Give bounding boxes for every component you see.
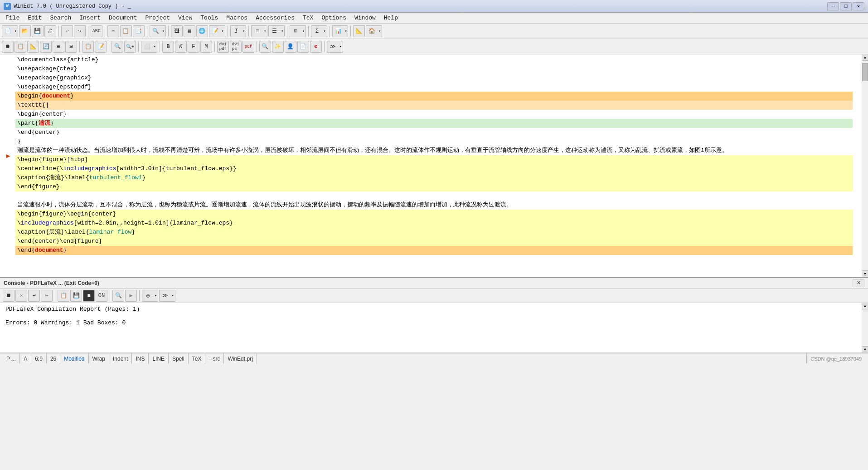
menu-edit[interactable]: Edit xyxy=(24,14,45,22)
console-save-btn[interactable]: 💾 xyxy=(70,290,82,302)
box-btn[interactable]: ⬜ xyxy=(141,41,153,53)
user-btn[interactable]: 👤 xyxy=(285,41,296,53)
code-area[interactable]: ▶ \documentclass{article} \usepackage{ct… xyxy=(0,54,862,277)
sigma-btn[interactable]: Σ xyxy=(311,25,323,37)
find-arrow[interactable]: ▾ xyxy=(161,25,166,37)
collapse-btn[interactable]: ⊟ xyxy=(65,41,77,53)
editor-scrollbar[interactable]: ▲ ▼ xyxy=(862,54,868,277)
console-close-btn[interactable]: ✕ xyxy=(853,279,864,287)
acrobat2-btn[interactable]: ⚙ xyxy=(310,41,322,53)
menu-insert[interactable]: Insert xyxy=(76,14,104,22)
find-btn[interactable]: 🔍 xyxy=(150,25,161,37)
ruler-btn[interactable]: 📐 xyxy=(353,25,365,37)
doc-arrow[interactable]: ▾ xyxy=(221,25,225,37)
console-extra-btn[interactable]: ≫ xyxy=(159,290,171,302)
minimize-button[interactable]: ─ xyxy=(827,2,839,10)
more-btn[interactable]: ≫ xyxy=(327,41,339,53)
acrobat-btn[interactable]: 📄 xyxy=(297,41,309,53)
table-btn[interactable]: ▦ xyxy=(184,25,195,37)
menu-options[interactable]: Options xyxy=(318,14,350,22)
sigma-arrow[interactable]: ▾ xyxy=(323,25,327,37)
home-btn[interactable]: 🏠 xyxy=(366,25,378,37)
menu-view[interactable]: View xyxy=(175,14,196,22)
console-search-btn[interactable]: 🔍 xyxy=(112,290,124,302)
console-target-btn[interactable]: ◎ xyxy=(142,290,154,302)
menu-accessories[interactable]: Accessories xyxy=(252,14,298,22)
record-btn[interactable]: ⏺ xyxy=(2,41,14,53)
zoom-btn[interactable]: 🔍 xyxy=(259,41,271,53)
print-btn[interactable]: 🖨 xyxy=(44,25,56,37)
font-f-btn[interactable]: F xyxy=(188,41,199,53)
new-file-btn[interactable]: 📄 xyxy=(2,25,14,37)
console-extra-arrow[interactable]: ▾ xyxy=(171,290,175,302)
align-btn[interactable]: ≡ xyxy=(251,25,263,37)
scroll-thumb[interactable] xyxy=(862,63,868,81)
bold-btn[interactable]: B xyxy=(162,41,174,53)
clipboard3-btn[interactable]: 📋 xyxy=(82,41,94,53)
open-btn[interactable]: 📂 xyxy=(19,25,31,37)
italic-arrow[interactable]: ▾ xyxy=(242,25,247,37)
home-arrow[interactable]: ▾ xyxy=(378,25,382,37)
box-arrow[interactable]: ▾ xyxy=(153,41,157,53)
italic-btn[interactable]: I xyxy=(230,25,242,37)
table3-btn[interactable]: ⊞ xyxy=(53,41,64,53)
console-stop-btn[interactable]: ⏹ xyxy=(3,290,15,302)
close-button[interactable]: ✕ xyxy=(853,2,864,10)
maximize-button[interactable]: □ xyxy=(840,2,852,10)
code-text: } xyxy=(17,138,21,145)
console-toggle-btn[interactable]: ON xyxy=(96,290,107,302)
image-btn[interactable]: 🖼 xyxy=(171,25,183,37)
save-btn[interactable]: 💾 xyxy=(32,25,44,37)
chart-btn[interactable]: 📊 xyxy=(332,25,344,37)
spellcheck-btn[interactable]: ABC xyxy=(91,25,102,37)
scroll-up[interactable]: ▲ xyxy=(862,54,868,61)
cut-btn[interactable]: ✂ xyxy=(107,25,119,37)
console-next-btn[interactable]: ▶ xyxy=(125,290,137,302)
ruler2-btn[interactable]: 📐 xyxy=(27,41,39,53)
menu-tex[interactable]: TeX xyxy=(299,14,317,22)
menu-tools[interactable]: Tools xyxy=(197,14,222,22)
undo-btn[interactable]: ↩ xyxy=(61,25,73,37)
table2-btn[interactable]: ⊞ xyxy=(290,25,301,37)
align-arrow[interactable]: ▾ xyxy=(263,25,267,37)
findplus-btn[interactable]: 🔍+ xyxy=(124,41,136,53)
redo-btn[interactable]: ↪ xyxy=(74,25,86,37)
font-m-btn[interactable]: M xyxy=(200,41,212,53)
scroll-down[interactable]: ▼ xyxy=(862,270,868,277)
find2-btn[interactable]: 🔍 xyxy=(112,41,123,53)
edit2-btn[interactable]: 📝 xyxy=(95,41,107,53)
new-file-arrow[interactable]: ▾ xyxy=(14,25,18,37)
console-copy-btn[interactable]: 📋 xyxy=(58,290,69,302)
menu-search[interactable]: Search xyxy=(46,14,75,22)
copy-btn[interactable]: 📋 xyxy=(120,25,132,37)
menu-macros[interactable]: Macros xyxy=(223,14,251,22)
console-scroll-up[interactable]: ▲ xyxy=(862,303,868,309)
pdf-btn[interactable]: pdf xyxy=(242,41,254,53)
more-arrow[interactable]: ▾ xyxy=(339,41,343,53)
menu-window[interactable]: Window xyxy=(351,14,379,22)
menu-help[interactable]: Help xyxy=(380,14,402,22)
list-btn[interactable]: ☰ xyxy=(268,25,280,37)
web-btn[interactable]: 🌐 xyxy=(196,25,208,37)
paste-btn[interactable]: 📑 xyxy=(133,25,145,37)
console-refresh-btn[interactable]: ↩ xyxy=(28,290,40,302)
dvips-btn[interactable]: dvips xyxy=(230,41,242,53)
console-dark-btn[interactable]: ■ xyxy=(83,290,95,302)
console-scrollbar[interactable]: ▲ ▼ xyxy=(862,303,868,352)
console-cancel-btn[interactable]: ✕ xyxy=(15,290,27,302)
doc-btn[interactable]: 📝 xyxy=(209,25,221,37)
chart-arrow[interactable]: ▾ xyxy=(344,25,349,37)
table2-arrow[interactable]: ▾ xyxy=(301,25,306,37)
list-arrow[interactable]: ▾ xyxy=(280,25,285,37)
clipboard2-btn[interactable]: 📋 xyxy=(15,41,26,53)
console-target-arrow[interactable]: ▾ xyxy=(154,290,158,302)
italic2-btn[interactable]: K xyxy=(175,41,187,53)
console-scroll-down[interactable]: ▼ xyxy=(862,346,868,352)
console-redo-btn[interactable]: ↪ xyxy=(41,290,53,302)
sparkle-btn[interactable]: ✨ xyxy=(272,41,284,53)
menu-file[interactable]: File xyxy=(2,14,23,22)
refresh-btn[interactable]: 🔄 xyxy=(40,41,52,53)
menu-document[interactable]: Document xyxy=(105,14,141,22)
menu-project[interactable]: Project xyxy=(141,14,174,22)
dvipdf-btn[interactable]: dvipdf xyxy=(217,41,229,53)
